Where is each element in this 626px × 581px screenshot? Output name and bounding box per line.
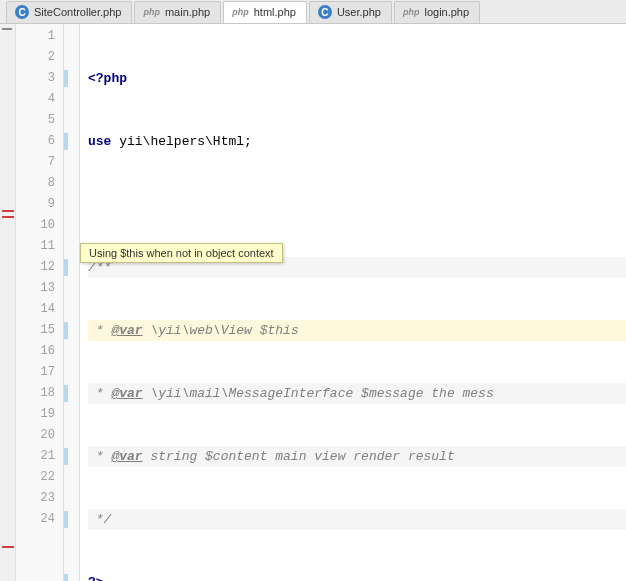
line-number: 1 xyxy=(16,26,63,47)
line-number: 7 xyxy=(16,152,63,173)
tab-label: SiteController.php xyxy=(34,6,121,18)
tab-login[interactable]: php login.php xyxy=(394,1,480,23)
php-icon: php xyxy=(232,7,249,17)
error-mark-icon[interactable] xyxy=(2,546,14,548)
line-number: 12 xyxy=(16,257,63,278)
tab-label: main.php xyxy=(165,6,210,18)
tab-label: login.php xyxy=(424,6,469,18)
line-number: 14 xyxy=(16,299,63,320)
line-number: 2 xyxy=(16,47,63,68)
line-number: 4 xyxy=(16,89,63,110)
tab-user[interactable]: C User.php xyxy=(309,1,392,23)
line-number: 5 xyxy=(16,110,63,131)
tab-html[interactable]: php html.php xyxy=(223,1,307,23)
line-number: 9 xyxy=(16,194,63,215)
line-number: 11 xyxy=(16,236,63,257)
tab-sitecontroller[interactable]: C SiteController.php xyxy=(6,1,132,23)
class-icon: C xyxy=(15,5,29,19)
line-number-gutter: 1 2 3 4 5 6 7 8 9 10 11 12 13 14 15 16 1… xyxy=(16,24,64,581)
inspection-tooltip: Using $this when not in object context xyxy=(80,243,283,263)
editor-area[interactable]: 1 2 3 4 5 6 7 8 9 10 11 12 13 14 15 16 1… xyxy=(0,24,626,581)
line-number: 15 xyxy=(16,320,63,341)
error-mark-icon[interactable] xyxy=(2,216,14,218)
line-number: 8 xyxy=(16,173,63,194)
line-number: 18 xyxy=(16,383,63,404)
line-number: 19 xyxy=(16,404,63,425)
line-number: 23 xyxy=(16,488,63,509)
class-icon: C xyxy=(318,5,332,19)
error-mark-icon[interactable] xyxy=(2,210,14,212)
line-number: 24 xyxy=(16,509,63,530)
line-number: 20 xyxy=(16,425,63,446)
line-number: 6 xyxy=(16,131,63,152)
php-icon: php xyxy=(403,7,420,17)
line-number: 17 xyxy=(16,362,63,383)
marker-bar xyxy=(0,24,16,581)
php-icon: php xyxy=(143,7,160,17)
tab-main[interactable]: php main.php xyxy=(134,1,221,23)
editor-tab-bar: C SiteController.php php main.php php ht… xyxy=(0,0,626,24)
line-number: 3 xyxy=(16,68,63,89)
line-number: 13 xyxy=(16,278,63,299)
fold-gutter xyxy=(64,24,80,581)
collapse-icon[interactable] xyxy=(2,28,12,30)
line-number: 10 xyxy=(16,215,63,236)
line-number: 21 xyxy=(16,446,63,467)
tab-label: html.php xyxy=(254,6,296,18)
code-area[interactable]: <?php use yii\helpers\Html; /** * @var \… xyxy=(80,24,626,581)
line-number: 22 xyxy=(16,467,63,488)
tab-label: User.php xyxy=(337,6,381,18)
line-number: 16 xyxy=(16,341,63,362)
